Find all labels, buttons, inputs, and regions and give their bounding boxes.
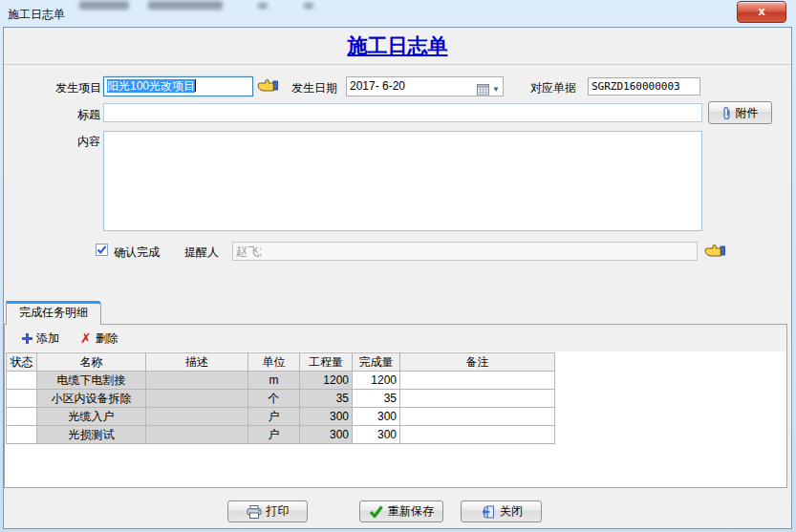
close-icon: x [758,4,764,18]
title-input[interactable] [103,103,702,122]
blurred-background-item [258,3,268,9]
checkmark-icon [97,245,107,255]
table-cell[interactable]: 1200 [353,372,400,390]
plus-icon [22,333,32,344]
table-header-cell: 工程量 [300,353,353,372]
green-check-icon [369,505,383,518]
confirm-complete-checkbox[interactable] [96,244,108,256]
tab-completed-task-detail[interactable]: 完成任务明细 [6,301,101,325]
table-cell: 个 [248,390,300,408]
date-value: 2017- 6-20 [350,79,405,93]
blurred-background-item [79,1,129,10]
table-cell: 光缆入户 [37,408,146,426]
date-label: 发生日期 [291,80,337,96]
titlebar: 施工日志单 x [0,0,796,27]
text-caret [195,79,196,92]
chevron-down-icon: ▼ [492,80,500,96]
table-header-cell: 完成量 [353,353,400,372]
doc-label: 对应单据 [530,80,576,96]
table-header-cell: 单位 [248,353,300,372]
table-cell: 300 [300,426,353,444]
table-cell: 户 [248,426,300,444]
close-button-label: 关闭 [500,503,523,520]
table-header-cell: 名称 [37,353,146,372]
table-row: 小区内设备拆除个3535 [7,390,555,408]
table-cell[interactable] [400,426,555,444]
print-button-label: 打印 [267,503,290,520]
delete-row-label: 删除 [96,330,118,347]
table-cell: m [248,372,300,390]
paperclip-icon [722,106,731,120]
delete-row-button[interactable]: ✗ 删除 [76,329,122,349]
window-title: 施工日志单 [8,7,65,23]
reminder-input[interactable]: 赵飞; [232,242,698,261]
date-picker-controls[interactable]: ▼ [477,80,500,96]
dialog-title: 施工日志单 [4,32,791,59]
close-button[interactable]: 关闭 [461,500,542,522]
project-picker-hand-icon[interactable] [257,78,278,93]
table-cell [146,408,248,426]
table-cell [146,426,248,444]
content-textarea[interactable] [103,131,702,231]
table-cell: 1200 [300,372,353,390]
table-cell: 电缆下电割接 [37,372,146,390]
grid-toolbar: 添加 ✗ 删除 [5,325,786,351]
printer-icon [247,505,262,519]
table-cell: 小区内设备拆除 [37,390,146,408]
table-cell[interactable] [7,408,37,426]
table-cell[interactable]: 35 [353,390,400,408]
table-cell[interactable] [7,372,37,390]
delete-x-icon: ✗ [80,332,92,344]
table-cell[interactable] [400,390,555,408]
task-table: 状态 名称 描述 单位 工程量 完成量 备注 电缆下电割接m12001200小区… [6,352,555,444]
table-cell [146,372,248,390]
table-cell: 户 [248,408,300,426]
resave-button[interactable]: 重新保存 [359,500,443,522]
table-cell[interactable]: 300 [353,426,400,444]
table-header-row: 状态 名称 描述 单位 工程量 完成量 备注 [7,353,555,372]
close-window-button[interactable]: x [737,1,786,23]
reminder-label: 提醒人 [184,245,219,261]
project-input[interactable]: 阳光100光改项目 [103,76,253,96]
add-row-label: 添加 [36,330,59,347]
door-exit-icon [480,505,495,519]
construction-log-window: 施工日志单 x 施工日志单 发生项目 阳光100光改项目 发生日期 2017- … [0,0,796,532]
attachment-button-label: 附件 [736,105,759,121]
table-cell[interactable] [7,426,37,444]
table-cell[interactable] [400,372,555,390]
table-row: 光损测试户300300 [7,426,555,444]
table-header-cell: 状态 [7,353,37,372]
title-separator [4,64,791,65]
title-field-label: 标题 [77,107,100,123]
calendar-icon [477,83,489,96]
table-cell[interactable] [7,390,37,408]
doc-number-input[interactable]: SGRZD160000003 [588,77,700,96]
project-label: 发生项目 [43,80,101,96]
table-header-cell: 备注 [400,353,555,372]
reminder-picker-hand-icon[interactable] [704,244,725,258]
attachment-button[interactable]: 附件 [708,101,772,124]
table-cell[interactable] [400,408,555,426]
print-button[interactable]: 打印 [227,500,308,522]
table-cell: 300 [300,408,353,426]
table-row: 光缆入户户300300 [7,408,555,426]
date-picker[interactable]: 2017- 6-20 ▼ [346,76,504,96]
table-row: 电缆下电割接m12001200 [7,372,555,390]
confirm-complete-label: 确认完成 [114,245,160,261]
table-cell [146,390,248,408]
project-selected-text: 阳光100光改项目 [107,79,195,93]
blurred-background-item [148,1,223,10]
blurred-background-item [304,3,313,9]
table-cell: 35 [300,390,353,408]
content-label: 内容 [77,134,100,150]
table-cell[interactable]: 300 [353,408,400,426]
table-header-cell: 描述 [146,353,248,372]
add-row-button[interactable]: 添加 [18,329,63,349]
resave-button-label: 重新保存 [388,503,434,520]
table-cell: 光损测试 [37,426,146,444]
